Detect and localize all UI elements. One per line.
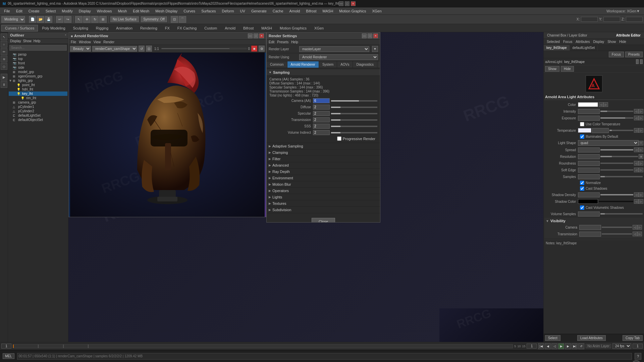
tab-item-mash[interactable]: MASH (258, 25, 276, 32)
rs-transmission-input[interactable] (313, 117, 330, 122)
settings-icon[interactable]: ⚙ (259, 46, 265, 52)
render-view-maximize[interactable]: □ (254, 34, 258, 38)
go-to-end-btn[interactable]: ▶| (572, 343, 578, 349)
play-back-btn[interactable]: ◁ (551, 343, 557, 349)
rp-shadow-density-input[interactable]: 1.000 (578, 192, 600, 197)
rs-tab-arnold[interactable]: Arnold Renderer (287, 61, 319, 68)
rp-temperature-connect-right[interactable]: ▷ (639, 128, 643, 133)
menu-item-deform[interactable]: Deform (219, 8, 237, 14)
select-tool-icon[interactable]: ↖ (75, 16, 83, 23)
snap-to-grid-icon[interactable]: ⊡ (171, 16, 178, 23)
rp-select-button[interactable]: Select (545, 335, 560, 341)
rp-resize-left[interactable] (636, 59, 639, 64)
menu-item-cache[interactable]: Cache (270, 8, 286, 14)
outliner-item-defaultObjectSet[interactable]: ⊏defaultObjectSet (9, 118, 67, 122)
rp-temperature-slider[interactable] (609, 130, 633, 131)
component-icon[interactable]: ◇ (1, 63, 7, 70)
menu-item-select[interactable]: Select (43, 8, 59, 14)
rs-tab-diagnostics[interactable]: Diagnostics (353, 61, 377, 68)
rp-cast-shadows-checkbox[interactable] (580, 186, 584, 191)
viewport[interactable]: RRCG RRCG RRCG RRCG ■ Arnold RenderView … (68, 32, 543, 342)
mode-dropdown[interactable]: Modeling (1, 16, 25, 23)
outliner-item-rim_lht[interactable]: 💡rim_lht (9, 96, 67, 100)
render-view-minimize[interactable]: — (248, 34, 253, 38)
rv-view-menu[interactable]: View (94, 40, 101, 44)
menu-item-windows[interactable]: Windows (94, 8, 115, 14)
rs-sss-input[interactable] (313, 124, 330, 129)
loop-btn[interactable]: ↺ (578, 343, 584, 349)
rp-spread-slider[interactable] (600, 149, 633, 150)
tab-item-arnold[interactable]: Arnold (221, 25, 239, 32)
outliner-item-lights_grp[interactable]: ▼⊞lights_grp (9, 78, 67, 83)
rs-camera-aa-slider[interactable] (331, 100, 377, 102)
redo-icon[interactable]: ↪ (64, 16, 71, 23)
rs-diffuse-slider[interactable] (331, 107, 377, 108)
rs-section-clamping[interactable]: ▶Clamping (267, 149, 380, 156)
rs-specular-input[interactable] (313, 111, 330, 116)
rs-section-operators[interactable]: ▶Operators (267, 188, 380, 194)
rp-soft-edge-connect-left[interactable]: ◁ (634, 168, 639, 172)
rp-camera-visibility-slider[interactable] (602, 227, 632, 228)
rp-roundness-connect-right[interactable]: ▷ (639, 161, 643, 166)
rs-section-ray-depth[interactable]: ▶Ray Depth (267, 169, 380, 175)
outliner-item-model_grp[interactable]: ⊞model_grp (9, 70, 67, 74)
rs-specular-slider[interactable] (331, 113, 377, 114)
mel-button[interactable]: MEL (3, 353, 14, 359)
rp-transmission-visibility-input[interactable]: 0.000 (579, 232, 601, 237)
tab-item-custom[interactable]: Custom (201, 25, 221, 32)
rp-volume-samples-slider[interactable] (600, 213, 643, 215)
rs-sss-slider[interactable] (331, 126, 377, 127)
close-button[interactable]: ✕ (351, 1, 356, 6)
outliner-item-camera_grp[interactable]: ⊞camera_grp (9, 100, 67, 105)
menu-item-edit[interactable]: Edit (13, 8, 25, 14)
rs-edit-menu[interactable]: Edit (269, 40, 274, 44)
menu-item-motion-graphics[interactable]: Motion Graphics (336, 8, 369, 14)
rs-section-adaptive-sampling[interactable]: ▶Adaptive Sampling (267, 143, 380, 149)
rp-shadow-density-slider[interactable] (600, 194, 633, 195)
menu-item-edit-mesh[interactable]: Edit Mesh (130, 8, 152, 14)
rs-minimize[interactable]: — (362, 34, 367, 38)
tab-item-xgen[interactable]: XGen (311, 25, 327, 32)
zoom-fit-icon[interactable]: ⊡ (146, 46, 152, 52)
outliner-item-pCylinder1[interactable]: △pCylinder1 (9, 105, 67, 109)
workspace-label[interactable]: Workspace: XGen▼ (606, 9, 643, 13)
menu-item-bifrost[interactable]: Bifrost (303, 8, 319, 14)
menu-item-create[interactable]: Create (26, 8, 42, 14)
rp-transmission-visibility-connect-left[interactable]: ◁ (633, 232, 637, 236)
rp-illuminates-checkbox[interactable] (580, 134, 584, 139)
rv-render-menu[interactable]: Render (103, 40, 114, 44)
tab-item-sculpting[interactable]: Sculpting (69, 25, 92, 32)
rs-tab-common[interactable]: Common (267, 61, 287, 68)
rp-channel-box-tab[interactable]: Channel Box / Layer Editor (546, 33, 589, 38)
play-forward-btn[interactable]: ▶ (558, 343, 564, 349)
stop-render-btn[interactable]: ■ (251, 46, 257, 52)
menu-item-uv[interactable]: UV (237, 8, 248, 14)
rs-tab-system[interactable]: System (319, 61, 337, 68)
tab-item-rigging[interactable]: Rigging (92, 25, 112, 32)
rp-spread-connect-left[interactable]: ◁ (634, 147, 639, 152)
menu-item-surfaces[interactable]: Surfaces (199, 8, 218, 14)
rp-volume-samples-input[interactable]: 2 (578, 212, 600, 217)
outliner-item-pCylinder2[interactable]: △pCylinder2 (9, 109, 67, 113)
outliner-show-menu[interactable]: Show (23, 39, 32, 43)
rp-exposure-connect-left[interactable]: ◁ (634, 116, 639, 120)
rp-intensity-input[interactable]: 1.000 (578, 109, 600, 114)
step-back-btn[interactable]: ◀ (545, 343, 551, 349)
rp-copy-tab-button[interactable]: Copy Tab (623, 335, 643, 341)
undo-icon[interactable]: ↩ (56, 16, 63, 23)
rs-presets-menu[interactable]: Presets (277, 40, 288, 44)
outliner-item-defaultLightSet[interactable]: ⊏defaultLightSet (9, 113, 67, 118)
rp-exposure-connect-right[interactable]: ▷ (639, 116, 643, 120)
rv-file-menu[interactable]: File (71, 40, 76, 44)
timeline-end-input[interactable] (527, 344, 537, 349)
outliner-display-menu[interactable]: Display (10, 39, 21, 43)
rs-layer-btn[interactable]: ▼ (372, 46, 378, 52)
rp-visibility-header[interactable]: ▼ Visibility (546, 219, 642, 223)
outliner-item-xgenGroom_grp[interactable]: ⊞xgenGroom_grp (9, 74, 67, 78)
rp-exposure-input[interactable]: 17.000 (578, 116, 600, 121)
rp-camera-visibility-connect-left[interactable]: ◁ (633, 225, 637, 230)
help-icon[interactable]: ? (635, 353, 641, 360)
menu-item-mesh-display[interactable]: Mesh Display (153, 8, 180, 14)
rp-attribute-editor-tab[interactable]: Attribute Editor (615, 33, 642, 38)
rp-roundness-connect-left[interactable]: ◁ (634, 161, 639, 166)
